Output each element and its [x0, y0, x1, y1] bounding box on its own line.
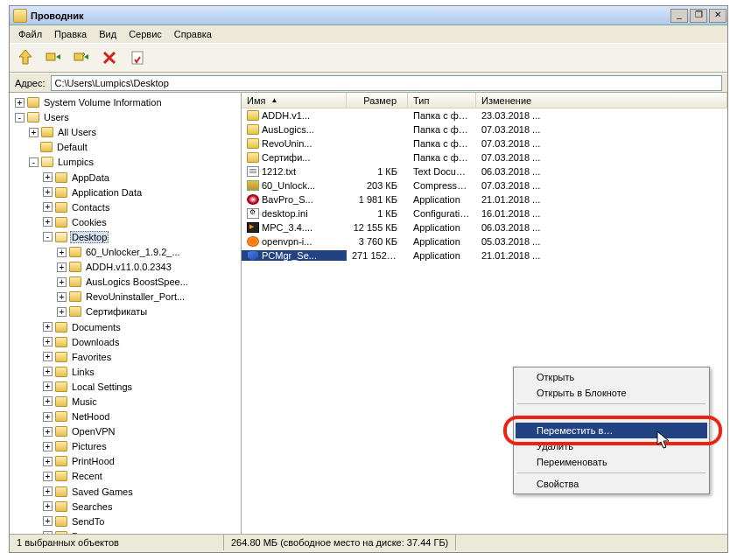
expand-toggle[interactable]: + [43, 367, 53, 376]
address-input[interactable] [51, 75, 722, 91]
tree-item[interactable]: Saved Games [70, 486, 135, 497]
tree-item[interactable]: System Volume Information [42, 97, 164, 108]
tree-item[interactable]: Users [42, 112, 71, 122]
file-row[interactable]: RevoUnin...Папка с фа...07.03.2018 ... [242, 136, 727, 150]
context-item[interactable]: Открыть в Блокноте [516, 385, 707, 401]
menu-help[interactable]: Справка [169, 27, 217, 41]
expand-toggle[interactable]: + [43, 486, 53, 496]
titlebar[interactable]: Проводник _ ❐ ✕ [10, 6, 727, 25]
menu-edit[interactable]: Правка [49, 27, 92, 41]
tree-item[interactable]: AppData [70, 172, 111, 183]
expand-toggle[interactable]: + [43, 187, 53, 197]
tree-item[interactable]: SendTo [70, 516, 106, 527]
expand-toggle[interactable]: - [29, 158, 39, 167]
properties-button[interactable] [127, 47, 148, 68]
tree-item[interactable]: Default [55, 142, 89, 152]
expand-toggle[interactable]: + [43, 516, 53, 526]
expand-toggle[interactable]: + [43, 217, 53, 227]
close-button[interactable]: ✕ [709, 9, 726, 23]
col-date[interactable]: Изменение [476, 93, 727, 108]
tree-item[interactable]: Music [70, 396, 99, 407]
tree-item[interactable]: Recent [70, 471, 104, 481]
copy-to-button[interactable] [43, 47, 64, 68]
tree-item[interactable]: OpenVPN [70, 426, 117, 437]
file-row[interactable]: BavPro_S...1 981 КБApplication21.01.2018… [242, 192, 727, 206]
expand-toggle[interactable]: + [57, 277, 67, 287]
delete-button[interactable] [99, 47, 120, 68]
expand-toggle[interactable]: + [43, 382, 53, 391]
file-row[interactable]: 1212.txt1 КБText Docum...06.03.2018 ... [242, 164, 727, 178]
col-name[interactable]: Имя▲ [242, 93, 347, 108]
expand-toggle[interactable]: + [43, 202, 53, 212]
expand-toggle[interactable]: + [57, 262, 67, 272]
tree-pane[interactable]: +System Volume Information-Users+All Use… [10, 93, 242, 534]
expand-toggle[interactable]: + [43, 457, 53, 466]
tree-item[interactable]: 60_Unlocker_1.9.2_... [84, 247, 182, 257]
tree-item[interactable]: Главное ме... [70, 531, 133, 534]
tree-item[interactable]: All Users [56, 127, 98, 137]
expand-toggle[interactable]: + [43, 472, 53, 481]
expand-toggle[interactable]: + [15, 98, 25, 108]
tree-item[interactable]: Contacts [70, 202, 111, 213]
tree-item[interactable]: Favorites [70, 352, 113, 362]
expand-toggle[interactable]: + [43, 396, 53, 406]
context-item[interactable]: Переименовать [516, 454, 707, 470]
expand-toggle[interactable]: + [43, 427, 53, 437]
file-row[interactable]: Сертифи...Папка с фа...07.03.2018 ... [242, 150, 727, 164]
tree-item[interactable]: Lumpics [56, 157, 95, 167]
minimize-button[interactable]: _ [670, 9, 688, 23]
up-button[interactable] [15, 47, 36, 68]
file-row[interactable]: PCMgr_Se...271 152 КБApplication21.01.20… [242, 248, 727, 262]
tree-item[interactable]: Local Settings [70, 382, 134, 392]
tree-item[interactable]: AusLogics BoostSpee... [84, 276, 190, 287]
file-row[interactable]: 60_Unlock...203 КБCompressed...07.03.201… [242, 178, 727, 192]
tree-item[interactable]: Cookies [70, 217, 109, 228]
tree-item[interactable]: RevoUninstaller_Port... [84, 291, 186, 302]
tree-item[interactable]: Application Data [70, 187, 144, 198]
tree-item[interactable]: ADDH.v11.0.0.2343 [84, 262, 173, 272]
context-item[interactable]: Свойства [516, 476, 707, 492]
expand-toggle[interactable]: + [57, 248, 67, 257]
tree-item[interactable]: Searches [70, 501, 114, 512]
context-item[interactable]: ... [516, 407, 707, 423]
expand-toggle[interactable]: + [29, 128, 39, 137]
col-type[interactable]: Тип [408, 93, 476, 108]
folder-icon [55, 187, 67, 198]
expand-toggle[interactable]: + [57, 307, 67, 317]
tree-item[interactable]: Downloads [70, 337, 121, 347]
col-size[interactable]: Размер [347, 93, 408, 108]
menu-file[interactable]: Файл [13, 27, 47, 41]
expand-toggle[interactable]: + [43, 352, 53, 361]
expand-toggle[interactable]: + [43, 412, 53, 422]
expand-toggle[interactable]: + [43, 322, 53, 332]
file-row[interactable]: AusLogics...Папка с фа...07.03.2018 ... [242, 122, 727, 136]
file-row[interactable]: ADDH.v1...Папка с фа...23.03.2018 ... [242, 108, 727, 122]
expand-toggle[interactable]: + [43, 172, 53, 182]
expand-toggle[interactable]: + [57, 292, 67, 302]
tree-item[interactable]: Desktop [70, 231, 109, 243]
maximize-button[interactable]: ❐ [690, 9, 707, 23]
context-item[interactable]: Удалить [516, 438, 707, 454]
expand-toggle[interactable]: + [43, 442, 53, 452]
context-item[interactable]: Открыть [516, 369, 707, 385]
menu-view[interactable]: Вид [94, 27, 122, 41]
svg-rect-0 [46, 53, 55, 60]
folder-icon [55, 352, 67, 362]
tree-item[interactable]: Documents [70, 322, 123, 332]
expand-toggle[interactable]: - [15, 113, 25, 122]
move-to-button[interactable] [71, 47, 92, 68]
file-row[interactable]: openvpn-i...3 760 КБApplication05.03.201… [242, 234, 727, 248]
expand-toggle[interactable]: - [43, 232, 53, 242]
tree-item[interactable]: Pictures [70, 441, 109, 452]
tree-item[interactable]: NetHood [70, 411, 111, 422]
menu-service[interactable]: Сервис [123, 27, 167, 41]
tree-item[interactable]: Links [70, 367, 96, 377]
file-row[interactable]: MPC_3.4....12 155 КБApplication06.03.201… [242, 220, 727, 234]
tree-item[interactable]: Сертификаты [84, 306, 149, 317]
expand-toggle[interactable]: + [43, 531, 53, 534]
expand-toggle[interactable]: + [43, 337, 53, 346]
tree-item[interactable]: PrintHood [70, 456, 116, 466]
context-item[interactable]: Переместить в… [516, 423, 707, 438]
expand-toggle[interactable]: + [43, 501, 53, 511]
file-row[interactable]: desktop.ini1 КБConfiguratio...16.01.2018… [242, 206, 727, 220]
